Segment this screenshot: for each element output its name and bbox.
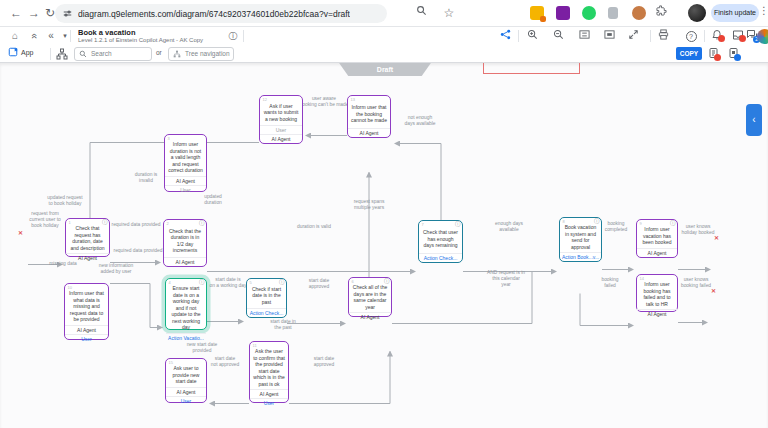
bookmark-star-icon[interactable]: ☆: [441, 5, 457, 21]
extensions-puzzle-icon[interactable]: [656, 5, 672, 21]
address-bar[interactable]: diagram.q9elements.com/diagram/674c92037…: [55, 4, 387, 23]
node-number: 7: [422, 222, 424, 227]
app-button[interactable]: App: [8, 47, 33, 57]
extension-badge: [540, 16, 546, 22]
selection-rectangle: [483, 63, 580, 74]
start-x-marker: ✕: [18, 229, 23, 236]
node-footer: User: [65, 334, 108, 343]
edge-label: booking completed: [602, 221, 630, 233]
whatsapp-extension-icon[interactable]: [582, 6, 596, 20]
zoom-in-icon[interactable]: [527, 29, 541, 43]
edge-label: start date is on a working day: [206, 277, 250, 289]
node-info-icon[interactable]: ⓘ: [279, 279, 285, 286]
node-footer: Action Check...: [419, 253, 462, 262]
node-ensure-working-day[interactable]: 4 ⓘ Ensure start date is on a working da…: [165, 278, 207, 330]
zoom-out-icon[interactable]: [553, 29, 567, 43]
node-info-icon[interactable]: ⓘ: [199, 220, 205, 227]
extension-icon-4[interactable]: [632, 6, 646, 20]
edge-label: duration is valid: [294, 224, 334, 230]
share-icon[interactable]: [500, 29, 514, 43]
node-number: 14: [640, 276, 644, 281]
end-x-marker: ✕: [714, 234, 719, 241]
node-number: 2: [167, 221, 169, 226]
node-inform-booked[interactable]: 9 ⓘ Inform user vacation has been booked…: [636, 219, 678, 258]
node-ask-new-booking[interactable]: 12 Ask if user wants to submit a new boo…: [259, 95, 303, 144]
divider: [70, 30, 71, 42]
tree-navigation-input[interactable]: Tree navigation: [168, 47, 234, 61]
collapse-left-icon[interactable]: «: [44, 29, 58, 43]
search-input[interactable]: Search: [74, 47, 152, 61]
print-icon[interactable]: [658, 29, 672, 43]
home-icon[interactable]: ⌂: [8, 29, 22, 43]
node-check-start-past[interactable]: 5 ⓘ Check if start date is in the past A…: [246, 278, 287, 318]
node-footer: Action Check...: [247, 308, 286, 317]
node-confirm-past-date[interactable]: 11 Ask the user to confirm that the prov…: [249, 341, 289, 403]
tree-icon[interactable]: [56, 48, 70, 62]
node-text: Ask the user to confirm that the provide…: [250, 342, 288, 389]
divider: [650, 30, 651, 42]
lens-search-icon[interactable]: [416, 5, 432, 21]
node-info-icon[interactable]: ⓘ: [455, 221, 461, 228]
node-inform-failed[interactable]: 14 Inform user booking has failed and to…: [636, 274, 678, 312]
expand-icon[interactable]: [628, 29, 642, 43]
url-text: diagram.q9elements.com/diagram/674c92037…: [78, 9, 350, 19]
node-footer: AI Agent: [349, 312, 391, 321]
edge-label: user knows booking failed: [679, 277, 713, 289]
edge-label: new start date provided: [184, 342, 220, 354]
notifications-bell-icon[interactable]: [711, 29, 725, 43]
diagram-toolbar: App Search or Tree navigation COPY: [0, 45, 768, 63]
panel-expand-tab[interactable]: ‹: [746, 104, 762, 136]
node-text: Inform user that what data is missing an…: [65, 284, 108, 325]
node-info-icon[interactable]: ⓘ: [594, 218, 600, 225]
info-icon[interactable]: ⓘ: [226, 29, 240, 43]
node-check-days-remaining[interactable]: 7 ⓘ Check that user has enough days rema…: [418, 220, 463, 263]
copy-button[interactable]: COPY: [676, 47, 702, 60]
fit-width-icon[interactable]: [579, 29, 593, 43]
app-window: ← → ↻ diagram.q9elements.com/diagram/674…: [0, 0, 768, 428]
back-icon[interactable]: ←: [8, 5, 24, 21]
extension-icon-1[interactable]: [530, 6, 544, 20]
node-number: 11: [253, 343, 257, 348]
finish-update-button[interactable]: Finish update: [711, 4, 759, 22]
node-check-same-year[interactable]: 6 ⓘ Check all of the days are in the sam…: [348, 277, 392, 317]
user-avatar[interactable]: [757, 29, 768, 44]
extension-icon-3[interactable]: [608, 7, 618, 19]
draft-version-tab[interactable]: Draft: [334, 63, 436, 76]
node-number: 9: [640, 221, 642, 226]
node-info-icon[interactable]: ⓘ: [102, 219, 108, 226]
report-doc-icon[interactable]: [728, 47, 742, 61]
app-button-label: App: [21, 49, 33, 56]
node-footer: AI Agent: [66, 253, 109, 262]
site-info-icon[interactable]: [63, 9, 72, 18]
edge-label: updated request to book holiday: [42, 195, 88, 207]
node-footer: AI Agent: [637, 309, 677, 318]
collapse-up-icon[interactable]: «: [27, 29, 41, 43]
browser-menu-icon[interactable]: ⋮: [759, 5, 768, 16]
extension-icon-2[interactable]: [556, 6, 570, 20]
fit-frame-icon[interactable]: [604, 29, 618, 43]
node-number: 15: [169, 360, 173, 365]
edge-label: required data provided: [112, 248, 164, 254]
node-book-vacation[interactable]: 8 ⓘ Book vacation in system and send for…: [559, 217, 602, 262]
help-icon[interactable]: ?: [684, 29, 698, 43]
inbox-icon[interactable]: [732, 29, 746, 43]
node-number: 13: [351, 97, 355, 102]
chevron-left-icon: ‹: [752, 114, 755, 125]
node-footer: AI Agent: [164, 257, 206, 266]
node-check-duration-increments[interactable]: 2 ⓘ Check that the duration is in 1/2 da…: [163, 219, 207, 267]
export-doc-icon[interactable]: [708, 47, 722, 61]
browser-profile-avatar[interactable]: [688, 4, 706, 22]
node-info-icon[interactable]: ⓘ: [384, 278, 390, 285]
node-footer: AI Agent: [637, 248, 677, 257]
node-check-request-data[interactable]: 1 ⓘ Check that request has duration, dat…: [65, 218, 110, 257]
node-footer: AI Agent: [65, 325, 108, 334]
node-inform-cannot-book[interactable]: 13 Inform user that the booking cannot b…: [347, 95, 391, 138]
node-ask-new-start-date[interactable]: 15 Ask user to provide new start date AI…: [165, 358, 207, 403]
forward-icon[interactable]: →: [26, 5, 42, 21]
search-icon: [79, 50, 87, 58]
node-inform-invalid-duration[interactable]: 3 Inform user duration is not a valid le…: [164, 134, 207, 192]
node-info-icon[interactable]: ⓘ: [670, 220, 676, 227]
node-inform-missing-data[interactable]: 10 Inform user that what data is missing…: [64, 283, 109, 340]
node-info-icon[interactable]: ⓘ: [199, 279, 205, 286]
node-number: 6: [352, 279, 354, 284]
